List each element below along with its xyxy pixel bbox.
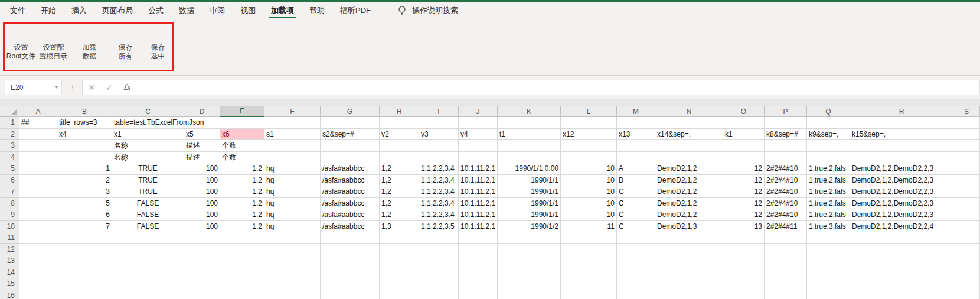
cell-O7[interactable]: 12: [723, 186, 765, 198]
cell-S6[interactable]: [953, 175, 980, 187]
cell-O4[interactable]: [723, 152, 765, 164]
cell-F13[interactable]: [264, 255, 321, 267]
cell-R13[interactable]: [850, 255, 953, 267]
cell-G14[interactable]: [321, 267, 380, 279]
cell-N8[interactable]: DemoD2,1,2: [655, 198, 723, 210]
cell-A3[interactable]: [19, 140, 57, 152]
cell-F12[interactable]: [264, 244, 321, 256]
cell-H4[interactable]: [380, 152, 419, 164]
cell-F1[interactable]: [264, 117, 321, 129]
cell-H2[interactable]: v2: [380, 129, 419, 141]
cell-S16[interactable]: [953, 290, 980, 299]
addin-button-3-1[interactable]: 保存所有: [109, 24, 142, 70]
cell-G15[interactable]: [321, 278, 380, 290]
cell-E6[interactable]: 1.2: [220, 175, 264, 187]
ribbon-tab-5[interactable]: 公式: [141, 2, 171, 20]
cell-B16[interactable]: [57, 290, 112, 299]
cell-S15[interactable]: [953, 278, 980, 290]
cell-A6[interactable]: [19, 175, 57, 187]
cell-I9[interactable]: 1.1,2.2,3.4: [419, 209, 459, 221]
cell-N2[interactable]: x14&sep=,: [655, 129, 723, 141]
ribbon-tab-4[interactable]: 页面布局: [94, 2, 141, 20]
cell-A1[interactable]: ##: [19, 117, 57, 129]
cell-O11[interactable]: [723, 232, 765, 244]
cell-N14[interactable]: [655, 267, 723, 279]
cell-L10[interactable]: 11: [561, 221, 617, 233]
cell-F15[interactable]: [264, 278, 321, 290]
cell-P11[interactable]: [765, 232, 807, 244]
cell-A10[interactable]: [19, 221, 57, 233]
cell-A14[interactable]: [19, 267, 57, 279]
cell-J14[interactable]: [459, 267, 498, 279]
column-header-F[interactable]: F: [264, 106, 321, 117]
cell-K9[interactable]: 1990/1/1: [498, 209, 561, 221]
cell-P3[interactable]: [765, 140, 807, 152]
cell-S14[interactable]: [953, 267, 980, 279]
cell-G4[interactable]: [321, 152, 380, 164]
cell-C3[interactable]: 名称: [112, 140, 184, 152]
cell-M4[interactable]: [617, 152, 655, 164]
cell-P15[interactable]: [765, 278, 807, 290]
cell-M5[interactable]: A: [617, 163, 655, 175]
column-header-G[interactable]: G: [321, 106, 380, 117]
cell-R1[interactable]: [850, 117, 953, 129]
cell-A7[interactable]: [19, 186, 57, 198]
cell-H11[interactable]: [380, 232, 419, 244]
cell-L4[interactable]: [561, 152, 617, 164]
cell-I3[interactable]: [419, 140, 459, 152]
column-header-A[interactable]: A: [19, 106, 57, 117]
cell-E7[interactable]: 1.2: [220, 186, 264, 198]
cell-N16[interactable]: [655, 290, 723, 299]
cell-L3[interactable]: [561, 140, 617, 152]
row-header-4[interactable]: 4: [0, 152, 19, 164]
cell-C9[interactable]: FALSE: [112, 209, 184, 221]
cell-M3[interactable]: [617, 140, 655, 152]
cell-L14[interactable]: [561, 267, 617, 279]
cell-A12[interactable]: [19, 244, 57, 256]
cell-S13[interactable]: [953, 255, 980, 267]
cell-P2[interactable]: k8&sep=#: [765, 129, 807, 141]
cell-M6[interactable]: B: [617, 175, 655, 187]
cell-L16[interactable]: [561, 290, 617, 299]
cell-Q6[interactable]: 1,true,2,fals: [807, 175, 850, 187]
cell-P4[interactable]: [765, 152, 807, 164]
cell-G8[interactable]: /asfa#aabbcc: [321, 198, 380, 210]
cell-D12[interactable]: [184, 244, 220, 256]
cell-R5[interactable]: DemoD2,1,2,DemoD2,2,3: [850, 163, 953, 175]
cell-H10[interactable]: 1,3: [380, 221, 419, 233]
cell-K7[interactable]: 1990/1/1: [498, 186, 561, 198]
cell-E10[interactable]: 1.2: [220, 221, 264, 233]
cell-L8[interactable]: 10: [561, 198, 617, 210]
cell-Q5[interactable]: 1,true,2,fals: [807, 163, 850, 175]
cell-P14[interactable]: [765, 267, 807, 279]
cell-J13[interactable]: [459, 255, 498, 267]
cell-N13[interactable]: [655, 255, 723, 267]
cell-N11[interactable]: [655, 232, 723, 244]
row-header-10[interactable]: 10: [0, 221, 19, 233]
cell-C2[interactable]: x1: [112, 129, 184, 141]
cell-O12[interactable]: [723, 244, 765, 256]
cell-A5[interactable]: [19, 163, 57, 175]
cell-P8[interactable]: 2#2#4#10: [765, 198, 807, 210]
cell-I1[interactable]: [419, 117, 459, 129]
cell-G10[interactable]: /asfa#aabbcc: [321, 221, 380, 233]
cell-G6[interactable]: /asfa#aabbcc: [321, 175, 380, 187]
cell-H8[interactable]: 1,2: [380, 198, 419, 210]
ribbon-tab-6[interactable]: 数据: [171, 2, 202, 20]
cell-O3[interactable]: [723, 140, 765, 152]
cell-P13[interactable]: [765, 255, 807, 267]
cell-J8[interactable]: 10.1,11.2,1: [459, 198, 498, 210]
cell-D15[interactable]: [184, 278, 220, 290]
ribbon-tab-7[interactable]: 审阅: [202, 2, 233, 20]
cell-I16[interactable]: [419, 290, 459, 299]
cell-D4[interactable]: 描述: [184, 152, 220, 164]
cell-N7[interactable]: DemoD2,1,2: [655, 186, 723, 198]
cell-J16[interactable]: [459, 290, 498, 299]
cell-O16[interactable]: [723, 290, 765, 299]
cell-Q11[interactable]: [807, 232, 850, 244]
addin-button-3-2[interactable]: 保存选中: [142, 24, 174, 70]
cell-A13[interactable]: [19, 255, 57, 267]
ribbon-tab-2[interactable]: 开始: [33, 2, 64, 20]
cell-M9[interactable]: C: [617, 209, 655, 221]
cell-C11[interactable]: [112, 232, 184, 244]
